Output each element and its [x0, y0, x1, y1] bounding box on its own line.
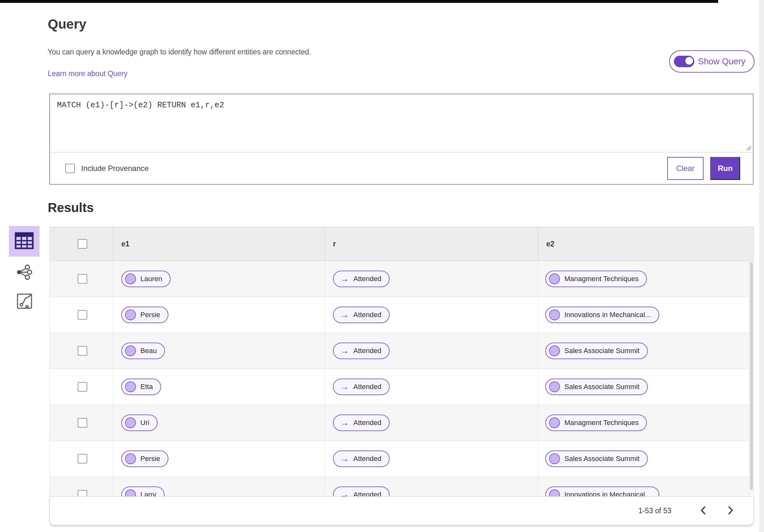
- relation-pill[interactable]: → Attended: [333, 270, 390, 287]
- entity-pill[interactable]: Innovations in Mechanical...: [545, 486, 659, 497]
- entity-pill[interactable]: Persie: [121, 307, 168, 323]
- entity-label: Persie: [140, 311, 160, 319]
- entity-node-icon: [125, 273, 136, 284]
- path-view-button[interactable]: [17, 294, 33, 310]
- query-editor-panel: MATCH (e1)-[r]->(e2) RETURN e1,r,e2 Incl…: [49, 93, 753, 185]
- relation-label: Attended: [353, 311, 381, 319]
- arrow-right-icon: →: [340, 346, 349, 355]
- entity-pill[interactable]: Sales Associate Summit: [545, 450, 648, 467]
- toggle-knob: [685, 56, 694, 65]
- entity-node-icon: [549, 381, 560, 392]
- entity-label: Managment Techniques: [564, 419, 639, 427]
- entity-label: Uri: [140, 419, 149, 427]
- column-header-e2: e2: [538, 227, 753, 261]
- entity-node-icon: [549, 418, 560, 428]
- include-provenance-group[interactable]: Include Provenance: [65, 164, 149, 173]
- relation-pill[interactable]: → Attended: [333, 307, 390, 323]
- pagination-bar: 1-53 of 53: [49, 496, 754, 525]
- relation-label: Attended: [353, 347, 381, 355]
- entity-pill[interactable]: Etta: [121, 379, 161, 395]
- learn-more-link[interactable]: Learn more about Query: [48, 70, 128, 78]
- entity-label: Sales Associate Summit: [564, 454, 640, 463]
- entity-node-icon: [549, 309, 560, 320]
- query-actions-bar: Include Provenance Clear Run: [50, 152, 753, 184]
- table-row: Lauren → Attended Managment Techniques: [50, 261, 753, 297]
- relation-label: Attended: [353, 275, 381, 283]
- arrow-right-icon: →: [340, 310, 349, 319]
- entity-label: Persie: [140, 454, 160, 463]
- row-checkbox[interactable]: [78, 274, 87, 284]
- table-scrollbar[interactable]: [749, 261, 753, 497]
- column-header-r: r: [325, 227, 538, 261]
- entity-label: Sales Associate Summit: [564, 347, 640, 355]
- results-table: e1 r e2 Lauren → Attended Managment Tech…: [49, 227, 754, 497]
- entity-pill[interactable]: Managment Techniques: [545, 415, 647, 431]
- graph-view-icon: [16, 264, 33, 282]
- table-row: Uri → Attended Managment Techniques: [50, 405, 753, 441]
- table-row: Beau → Attended Sales Associate Summit: [50, 333, 753, 369]
- relation-label: Attended: [353, 419, 381, 427]
- relation-pill[interactable]: → Attended: [333, 379, 390, 395]
- results-section-title: Results: [48, 201, 94, 215]
- table-body: Lauren → Attended Managment Techniques P…: [49, 261, 754, 497]
- entity-label: Managment Techniques: [564, 275, 639, 283]
- entity-node-icon: [125, 418, 136, 428]
- previous-page-button[interactable]: [696, 504, 710, 518]
- entity-node-icon: [549, 453, 560, 464]
- entity-pill[interactable]: Lauren: [121, 270, 171, 287]
- entity-pill[interactable]: Sales Associate Summit: [545, 379, 648, 395]
- row-checkbox[interactable]: [78, 418, 87, 428]
- include-provenance-checkbox[interactable]: [65, 164, 75, 173]
- entity-pill[interactable]: Beau: [121, 343, 165, 359]
- show-query-toggle-button[interactable]: Show Query: [669, 50, 754, 73]
- row-checkbox[interactable]: [78, 382, 87, 392]
- entity-label: Beau: [140, 347, 157, 355]
- toggle-on-icon[interactable]: [674, 56, 694, 67]
- chevron-left-icon: [700, 506, 707, 516]
- relation-label: Attended: [353, 491, 381, 497]
- relation-pill[interactable]: → Attended: [333, 343, 390, 359]
- window-top-bar: [0, 0, 718, 3]
- relation-pill[interactable]: → Attended: [333, 415, 390, 431]
- entity-label: Larry: [140, 491, 156, 497]
- row-checkbox[interactable]: [78, 454, 87, 463]
- entity-label: Innovations in Mechanical...: [564, 311, 651, 319]
- clear-button[interactable]: Clear: [667, 157, 703, 180]
- query-description: You can query a knowledge graph to ident…: [48, 48, 311, 56]
- relation-pill[interactable]: → Attended: [333, 450, 390, 467]
- entity-pill[interactable]: Uri: [121, 415, 158, 431]
- arrow-right-icon: →: [340, 274, 349, 283]
- entity-label: Etta: [140, 383, 153, 391]
- relation-pill[interactable]: → Attended: [333, 486, 390, 497]
- select-all-checkbox[interactable]: [78, 239, 87, 249]
- row-checkbox[interactable]: [78, 346, 87, 356]
- resize-handle-icon[interactable]: [745, 144, 752, 152]
- table-row: Persie → Attended Innovations in Mechani…: [50, 297, 753, 333]
- entity-label: Innovations in Mechanical...: [564, 491, 651, 497]
- entity-pill[interactable]: Persie: [121, 450, 168, 467]
- entity-node-icon: [125, 381, 136, 392]
- entity-label: Sales Associate Summit: [564, 383, 640, 391]
- row-checkbox[interactable]: [78, 490, 87, 497]
- chevron-right-icon: [727, 506, 734, 516]
- page-scrollbar[interactable]: [759, 0, 764, 532]
- entity-node-icon: [125, 453, 136, 464]
- pagination-range: 1-53 of 53: [638, 506, 671, 515]
- table-view-button[interactable]: [9, 226, 40, 257]
- entity-pill[interactable]: Sales Associate Summit: [545, 343, 648, 359]
- graph-view-button[interactable]: [16, 265, 33, 281]
- entity-node-icon: [125, 489, 136, 497]
- entity-pill[interactable]: Larry: [121, 486, 165, 497]
- path-view-icon: [17, 293, 33, 310]
- query-textarea[interactable]: MATCH (e1)-[r]->(e2) RETURN e1,r,e2: [57, 100, 743, 110]
- table-view-icon: [15, 232, 34, 251]
- arrow-right-icon: →: [340, 382, 349, 391]
- entity-pill[interactable]: Managment Techniques: [545, 270, 647, 287]
- entity-pill[interactable]: Innovations in Mechanical...: [545, 307, 659, 323]
- next-page-button[interactable]: [724, 504, 738, 518]
- query-section-title: Query: [48, 17, 86, 32]
- entity-node-icon: [125, 309, 136, 320]
- entity-label: Lauren: [140, 275, 162, 283]
- run-button[interactable]: Run: [710, 157, 740, 180]
- row-checkbox[interactable]: [78, 310, 87, 320]
